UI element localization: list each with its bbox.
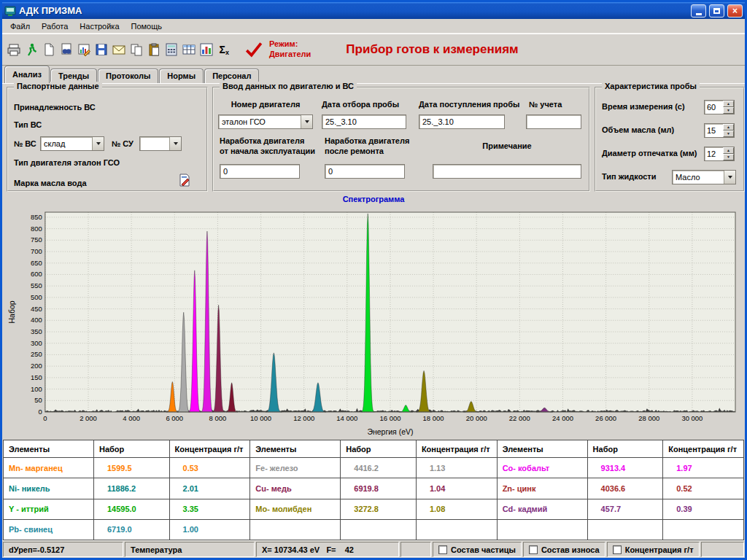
close-button[interactable]: × xyxy=(727,4,743,18)
tab-item[interactable]: Тренды xyxy=(50,69,97,83)
spin-up-button[interactable]: ▲ xyxy=(723,101,734,107)
dropdown-button[interactable] xyxy=(724,171,735,184)
operating-time-start-field[interactable]: 0 xyxy=(220,164,300,179)
passport-groupbox: Паспортные данные Принадлежность ВС Тип … xyxy=(7,87,208,192)
svg-text:14 000: 14 000 xyxy=(336,414,357,422)
chevron-down-icon xyxy=(174,142,178,145)
chevron-down-icon xyxy=(305,120,309,123)
spin-up-button[interactable]: ▲ xyxy=(723,147,734,154)
svg-text:700: 700 xyxy=(31,247,42,255)
tab-item[interactable]: Персонал xyxy=(204,69,259,83)
find-icon[interactable] xyxy=(58,40,75,59)
dropdown-button[interactable] xyxy=(92,137,104,150)
minimize-button[interactable] xyxy=(691,4,706,18)
sample-field-label: Объем масла (мл) xyxy=(602,125,674,134)
spin-down-button[interactable]: ▼ xyxy=(723,154,734,160)
arrival-date-field[interactable]: 25._3.10 xyxy=(419,114,505,129)
vs-number-combobox[interactable]: склад xyxy=(40,136,104,151)
svg-text:6 000: 6 000 xyxy=(166,414,183,422)
status-spacer xyxy=(400,542,431,557)
paste-icon[interactable] xyxy=(145,40,163,59)
spin-value[interactable]: 60 xyxy=(705,101,723,114)
calculator-icon[interactable] xyxy=(163,40,180,59)
save-icon[interactable] xyxy=(93,40,110,59)
app-window: АДК ПРИЗМА × ФайлРаботаНастройкаПомощь Σ… xyxy=(0,0,747,560)
status-checkbox-cell: Состав частицы xyxy=(433,542,522,557)
mode-value: Двигатели xyxy=(269,50,311,60)
table-header-cell: Набор xyxy=(341,440,417,458)
tab-item[interactable]: Нормы xyxy=(159,69,204,83)
su-number-combobox[interactable] xyxy=(139,136,182,151)
svg-text:Энергия (eV): Энергия (eV) xyxy=(367,428,413,436)
edit-oil-icon[interactable] xyxy=(177,173,192,187)
table-header-cell: Концентрация г/т xyxy=(416,440,497,458)
status-checkbox-label: Концентрация г/т xyxy=(625,545,694,554)
engine-number-value: эталон ГСО xyxy=(219,115,301,128)
status-checkbox[interactable] xyxy=(529,545,538,554)
svg-text:0: 0 xyxy=(43,414,47,422)
print-icon[interactable] xyxy=(5,40,23,59)
run-icon[interactable] xyxy=(23,40,40,59)
svg-text:16 000: 16 000 xyxy=(379,414,400,422)
element-cell: Mo- молибден xyxy=(250,499,341,519)
title-bar: АДК ПРИЗМА × xyxy=(2,2,745,19)
note-label: Примечание xyxy=(433,141,581,150)
menu-item[interactable]: Работа xyxy=(36,20,73,32)
table-icon[interactable] xyxy=(180,40,198,59)
svg-text:350: 350 xyxy=(31,327,42,335)
tab-item[interactable]: Протоколы xyxy=(98,69,158,83)
operating-time-repair-field[interactable]: 0 xyxy=(325,164,405,179)
sample-field-label: Тип жидкости xyxy=(602,172,657,181)
element-cell: Zn- цинк xyxy=(497,478,587,499)
spectrogram-chart: 02 0004 0006 0008 00010 00012 00014 0001… xyxy=(4,206,743,438)
sample-field-spinner[interactable]: 60▲▼ xyxy=(704,100,735,114)
spin-up-button[interactable]: ▲ xyxy=(723,124,734,131)
svg-text:200: 200 xyxy=(31,362,42,370)
menu-item[interactable]: Помощь xyxy=(126,20,168,32)
menu-item[interactable]: Файл xyxy=(5,20,35,32)
status-checkboxes: Состав частицыСостав износаКонцентрация … xyxy=(433,542,701,557)
status-checkbox[interactable] xyxy=(613,545,622,554)
tab-item[interactable]: Анализ xyxy=(4,66,50,83)
svg-text:100: 100 xyxy=(31,385,42,393)
dropdown-button[interactable] xyxy=(169,137,181,150)
sampling-date-field[interactable]: 25._3.10 xyxy=(322,114,406,129)
vs-number-value: склад xyxy=(41,137,92,150)
svg-text:550: 550 xyxy=(31,281,42,289)
nabor-cell: 9313.4 xyxy=(587,458,663,478)
svg-text:250: 250 xyxy=(31,350,42,358)
svg-text:650: 650 xyxy=(31,259,42,267)
mail-icon[interactable] xyxy=(110,40,128,59)
svg-text:500: 500 xyxy=(31,293,42,301)
svg-text:26 000: 26 000 xyxy=(595,414,616,422)
note-field[interactable] xyxy=(433,164,581,179)
menu-item[interactable]: Настройка xyxy=(74,20,124,32)
spin-down-button[interactable]: ▼ xyxy=(723,131,734,137)
table-header-cell: Набор xyxy=(587,440,663,458)
new-document-icon[interactable] xyxy=(40,40,58,59)
copy-icon[interactable] xyxy=(128,40,145,59)
maximize-button[interactable] xyxy=(709,4,724,18)
status-checkbox-label: Состав износа xyxy=(541,545,600,554)
chart-icon[interactable] xyxy=(198,40,215,59)
sample-field-spinner[interactable]: 12▲▼ xyxy=(704,147,735,161)
engine-number-combobox[interactable]: эталон ГСО xyxy=(218,114,313,129)
account-number-field[interactable] xyxy=(526,114,581,129)
edit-chart-icon[interactable] xyxy=(75,40,93,59)
chevron-down-icon xyxy=(96,142,101,145)
spin-value[interactable]: 15 xyxy=(705,124,723,137)
dropdown-button[interactable] xyxy=(301,115,312,128)
menu-bar: ФайлРаботаНастройкаПомощь xyxy=(2,19,745,34)
engine-input-groupbox: Ввод данных по двигателю и ВС Номер двиг… xyxy=(212,87,590,192)
status-checkbox[interactable] xyxy=(438,545,447,554)
svg-text:10 000: 10 000 xyxy=(250,414,271,422)
fluid-type-combobox[interactable]: Масло xyxy=(672,170,736,184)
stats-icon[interactable]: Σx xyxy=(215,40,233,59)
sample-field-spinner[interactable]: 15▲▼ xyxy=(704,123,735,138)
spin-value[interactable]: 12 xyxy=(705,147,723,160)
spin-down-button[interactable]: ▼ xyxy=(723,107,734,114)
svg-text:150: 150 xyxy=(31,373,42,381)
chevron-down-icon xyxy=(728,176,732,179)
concentration-cell: 0.39 xyxy=(663,499,744,519)
table-header-row: ЭлементыНаборКонцентрация г/тЭлементыНаб… xyxy=(4,440,744,458)
